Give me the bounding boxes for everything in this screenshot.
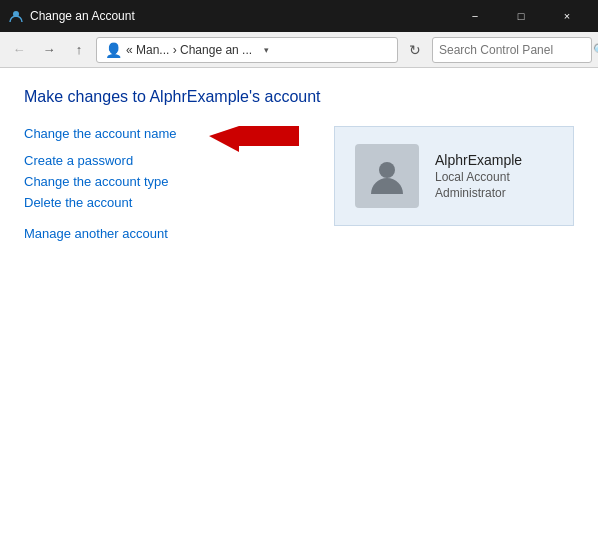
svg-marker-1 — [209, 126, 299, 152]
left-links: Change the account name Create a passwor… — [24, 126, 314, 247]
maximize-button[interactable]: □ — [498, 0, 544, 32]
window-controls: − □ × — [452, 0, 590, 32]
account-card: AlphrExample Local Account Administrator — [334, 126, 574, 226]
content-layout: Change the account name Create a passwor… — [24, 126, 574, 247]
avatar-icon — [367, 156, 407, 196]
change-name-container: Change the account name — [24, 126, 177, 147]
search-box: 🔍 — [432, 37, 592, 63]
search-icon: 🔍 — [593, 43, 598, 57]
minimize-button[interactable]: − — [452, 0, 498, 32]
svg-point-2 — [379, 162, 395, 178]
breadcrumb-dropdown-button[interactable]: ▾ — [256, 37, 276, 63]
refresh-button[interactable]: ↻ — [402, 37, 428, 63]
account-type-line1: Local Account — [435, 170, 522, 184]
address-bar: ← → ↑ 👤 « Man... › Change an ... ▾ ↻ 🔍 — [0, 32, 598, 68]
delete-account-link[interactable]: Delete the account — [24, 195, 314, 210]
up-button[interactable]: ↑ — [66, 37, 92, 63]
red-arrow-annotation — [209, 120, 299, 152]
title-bar: Change an Account − □ × — [0, 0, 598, 32]
change-account-name-link[interactable]: Change the account name — [24, 126, 177, 141]
links-spacer — [24, 216, 314, 226]
breadcrumb-text: « Man... › Change an ... — [126, 43, 252, 57]
change-account-type-link[interactable]: Change the account type — [24, 174, 314, 189]
back-button[interactable]: ← — [6, 37, 32, 63]
account-type-line2: Administrator — [435, 186, 522, 200]
manage-another-account-link[interactable]: Manage another account — [24, 226, 314, 241]
breadcrumb-user-icon: 👤 — [105, 42, 122, 58]
window-title: Change an Account — [30, 9, 452, 23]
page-heading: Make changes to AlphrExample's account — [24, 88, 574, 106]
search-input[interactable] — [439, 43, 589, 57]
close-button[interactable]: × — [544, 0, 590, 32]
forward-button[interactable]: → — [36, 37, 62, 63]
app-icon — [8, 8, 24, 24]
avatar — [355, 144, 419, 208]
account-info: AlphrExample Local Account Administrator — [435, 152, 522, 200]
create-password-link[interactable]: Create a password — [24, 153, 314, 168]
breadcrumb[interactable]: 👤 « Man... › Change an ... ▾ — [96, 37, 398, 63]
account-name: AlphrExample — [435, 152, 522, 168]
main-content: Make changes to AlphrExample's account C… — [0, 68, 598, 535]
